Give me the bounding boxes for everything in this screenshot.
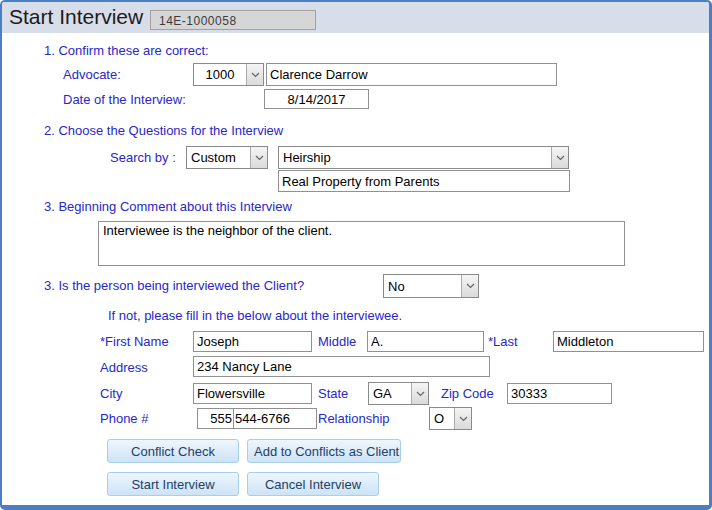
if-not-note: If not, please fill in the below about t…	[108, 308, 402, 323]
relationship-select[interactable]: O	[429, 407, 472, 430]
search-by-label: Search by :	[110, 150, 176, 165]
start-interview-button[interactable]: Start Interview	[107, 472, 239, 496]
advocate-name-input[interactable]	[266, 63, 557, 86]
question-category-select[interactable]: Heirship	[278, 146, 569, 169]
dropdown-arrow-icon[interactable]	[551, 147, 568, 168]
beginning-comment-textarea[interactable]: Interviewee is the neighbor of the clien…	[98, 221, 625, 266]
add-to-conflicts-button[interactable]: Add to Conflicts as Client	[247, 439, 401, 463]
dropdown-arrow-icon[interactable]	[246, 64, 263, 85]
city-input[interactable]	[193, 383, 312, 404]
interview-date-input[interactable]	[264, 89, 369, 109]
start-interview-window: Start Interview 1. Confirm these are cor…	[0, 0, 712, 510]
first-name-input[interactable]	[193, 331, 312, 352]
section-questions-heading: 2. Choose the Questions for the Intervie…	[44, 123, 283, 138]
date-label: Date of the Interview:	[63, 92, 186, 107]
question-category-value: Heirship	[279, 147, 551, 168]
dropdown-arrow-icon[interactable]	[461, 275, 478, 297]
is-client-value: No	[384, 275, 461, 297]
phone-area-code-input[interactable]	[197, 408, 234, 429]
phone-number-input[interactable]	[233, 408, 317, 429]
middle-name-input[interactable]	[367, 331, 484, 352]
advocate-code-select[interactable]: 1000	[193, 63, 264, 86]
first-name-label: *First Name	[100, 334, 169, 349]
question-topic-input[interactable]	[278, 170, 570, 192]
zip-code-label: Zip Code	[441, 386, 494, 401]
dropdown-arrow-icon[interactable]	[411, 383, 428, 404]
state-label: State	[318, 386, 348, 401]
relationship-label: Relationship	[318, 411, 390, 426]
section-confirm-heading: 1. Confirm these are correct:	[44, 43, 209, 58]
state-select[interactable]: GA	[368, 382, 429, 405]
conflict-check-button[interactable]: Conflict Check	[107, 439, 239, 463]
zip-code-input[interactable]	[507, 383, 612, 404]
dropdown-arrow-icon[interactable]	[454, 408, 471, 429]
last-name-input[interactable]	[553, 331, 704, 352]
search-by-value: Custom	[187, 147, 250, 168]
section-comment-heading: 3. Beginning Comment about this Intervie…	[44, 199, 292, 214]
state-value: GA	[369, 383, 411, 404]
relationship-value: O	[430, 408, 454, 429]
section-client-heading: 3. Is the person being interviewed the C…	[44, 278, 304, 293]
advocate-code-value: 1000	[194, 64, 246, 85]
city-label: City	[100, 386, 122, 401]
case-number-field[interactable]	[150, 10, 316, 30]
phone-label: Phone #	[100, 411, 148, 426]
address-label: Address	[100, 360, 148, 375]
advocate-label: Advocate:	[63, 67, 121, 82]
last-name-label: *Last	[488, 334, 518, 349]
cancel-interview-button[interactable]: Cancel Interview	[247, 472, 379, 496]
middle-name-label: Middle	[318, 334, 356, 349]
dropdown-arrow-icon[interactable]	[250, 147, 267, 168]
page-title: Start Interview	[9, 5, 143, 29]
address-input[interactable]	[193, 356, 490, 377]
is-client-select[interactable]: No	[383, 274, 479, 298]
search-by-select[interactable]: Custom	[186, 146, 268, 169]
